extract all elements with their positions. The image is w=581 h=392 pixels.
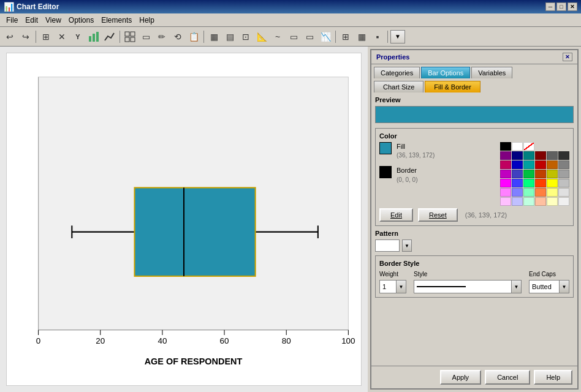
color-swatch-r2c6[interactable] — [558, 160, 569, 169]
tab-bar-options[interactable]: Bar Options — [421, 67, 470, 78]
pattern-dropdown[interactable]: ▼ — [402, 239, 412, 252]
color-swatch-r2c1[interactable] — [500, 160, 511, 169]
color-swatch-r4c6[interactable] — [558, 179, 569, 187]
color-swatch-r5c3[interactable] — [523, 188, 534, 197]
endcaps-dropdown-arrow[interactable]: ▼ — [560, 280, 569, 293]
menu-edit[interactable]: Edit — [21, 15, 42, 26]
style-dropdown-arrow[interactable]: ▼ — [512, 280, 522, 293]
weight-value[interactable]: 1 — [379, 280, 397, 293]
color-swatch-r3c6[interactable] — [558, 170, 569, 178]
menu-elements[interactable]: Elements — [97, 15, 135, 26]
square-button[interactable]: ⊡ — [238, 29, 253, 44]
redo-button[interactable]: ↪ — [18, 29, 33, 44]
fill-swatch[interactable] — [379, 142, 392, 154]
svg-text:20: 20 — [96, 336, 105, 345]
grid-button[interactable] — [123, 29, 137, 44]
style-value[interactable] — [414, 280, 512, 293]
color-swatch-r5c5[interactable] — [547, 188, 558, 197]
color-swatch-r3c1[interactable] — [500, 170, 511, 178]
color-swatch-r5c4[interactable] — [535, 188, 546, 197]
wave-button[interactable]: ~ — [270, 29, 285, 44]
endcaps-value[interactable]: Butted — [529, 280, 560, 293]
color-swatch-r6c3[interactable] — [523, 197, 534, 206]
color-swatch-r6c4[interactable] — [535, 197, 546, 206]
tab-chart-size[interactable]: Chart Size — [374, 81, 423, 92]
toolbar-dropdown[interactable]: ▼ — [390, 30, 405, 43]
color-swatch-r5c2[interactable] — [512, 188, 523, 197]
rect-button[interactable]: ▭ — [286, 29, 301, 44]
close-window-button[interactable]: ✕ — [568, 2, 577, 11]
color-swatch-r5c6[interactable] — [558, 188, 569, 197]
menu-options[interactable]: Options — [65, 15, 97, 26]
color-swatch-r1c4[interactable] — [535, 151, 546, 160]
color-swatch-r5c1[interactable] — [500, 188, 511, 197]
undo-button[interactable]: ↩ — [2, 29, 17, 44]
trend-button[interactable]: 📉 — [318, 29, 333, 44]
tab-categories[interactable]: Categories — [374, 67, 420, 78]
apply-button[interactable]: Apply — [440, 370, 482, 385]
color-swatch-r6c5[interactable] — [547, 197, 558, 206]
axis-button[interactable]: 📐 — [254, 29, 269, 44]
tab-fill-border[interactable]: Fill & Border — [425, 81, 480, 92]
color-swatch-r1c6[interactable] — [558, 151, 569, 160]
color-swatch-r3c2[interactable] — [512, 170, 523, 178]
reset-button[interactable]: Reset — [418, 208, 458, 222]
color-swatch-r2c2[interactable] — [512, 160, 523, 169]
rotate-button[interactable]: ⟲ — [170, 29, 185, 44]
select-button[interactable]: ⊞ — [39, 29, 53, 44]
chart-line-button[interactable] — [102, 29, 117, 44]
color-swatch-r1c5[interactable] — [547, 151, 558, 160]
color-swatch-black[interactable] — [500, 142, 511, 151]
lines-button[interactable]: ▤ — [222, 29, 237, 44]
color-swatch-r1c2[interactable] — [512, 151, 523, 160]
palette-row-3 — [500, 170, 569, 178]
color-swatch-r6c6[interactable] — [558, 197, 569, 206]
color-swatch-r4c3[interactable] — [523, 179, 534, 187]
palette-row-6 — [500, 197, 569, 206]
properties-panel: Properties ✕ Categories Bar Options Vari… — [370, 49, 579, 390]
color-swatch-r6c2[interactable] — [512, 197, 523, 206]
axis-y-button[interactable]: Y — [70, 29, 85, 44]
tab-variables[interactable]: Variables — [471, 67, 512, 78]
menu-file[interactable]: File — [2, 15, 21, 26]
menu-view[interactable]: View — [42, 15, 65, 26]
color-swatch-r2c3[interactable] — [523, 160, 534, 169]
table-button[interactable]: ▦ — [354, 29, 369, 44]
color-swatch-r1c1[interactable] — [500, 151, 511, 160]
delete-x-button[interactable]: ✕ — [55, 29, 69, 44]
color-swatch-r2c5[interactable] — [547, 160, 558, 169]
menu-help[interactable]: Help — [135, 15, 158, 26]
minimize-button[interactable]: ─ — [545, 2, 555, 11]
color-swatch-r3c3[interactable] — [523, 170, 534, 178]
color-swatch-r6c1[interactable] — [500, 197, 511, 206]
color-swatch-r2c4[interactable] — [535, 160, 546, 169]
rect2-button[interactable]: ▭ — [302, 29, 317, 44]
properties-close-button[interactable]: ✕ — [563, 53, 572, 61]
color-swatch-r3c5[interactable] — [547, 170, 558, 178]
dot-button[interactable]: ▪ — [370, 29, 385, 44]
color-swatch-r4c1[interactable] — [500, 179, 511, 187]
frame-button[interactable]: ▭ — [139, 29, 153, 44]
cancel-button[interactable]: Cancel — [485, 370, 530, 385]
line-chart-icon — [104, 31, 115, 42]
weight-dropdown-arrow[interactable]: ▼ — [397, 280, 406, 293]
grid-icon — [124, 31, 135, 42]
color-swatch-r3c4[interactable] — [535, 170, 546, 178]
maximize-button[interactable]: □ — [556, 2, 566, 11]
text-button[interactable]: ✏ — [154, 29, 169, 44]
color-swatch-white[interactable] — [512, 142, 523, 151]
color-swatch-r4c4[interactable] — [535, 179, 546, 187]
color-swatch-none[interactable] — [523, 142, 534, 151]
color-swatch-r4c2[interactable] — [512, 179, 523, 187]
chart-type-button[interactable] — [86, 29, 101, 44]
grid2-button[interactable]: ⊞ — [338, 29, 353, 44]
copy-button[interactable]: 📋 — [186, 29, 201, 44]
color-swatch-r1c3[interactable] — [523, 151, 534, 160]
svg-rect-0 — [89, 36, 91, 42]
edit-button[interactable]: Edit — [379, 208, 413, 222]
help-button[interactable]: Help — [534, 370, 572, 385]
color-swatch-r4c5[interactable] — [547, 179, 558, 187]
border-swatch[interactable] — [379, 166, 392, 178]
pattern-button[interactable]: ▦ — [207, 29, 221, 44]
svg-text:0: 0 — [36, 336, 40, 345]
